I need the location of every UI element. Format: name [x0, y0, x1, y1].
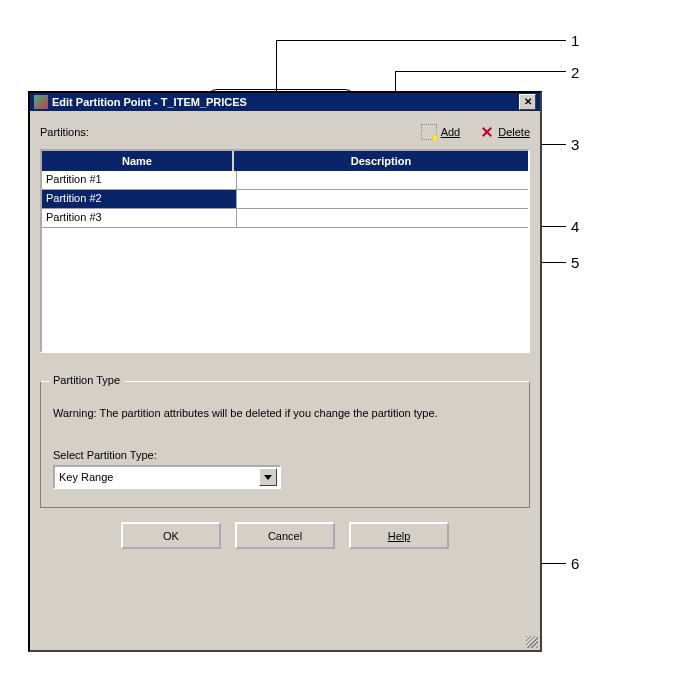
close-button[interactable]: ✕ [519, 94, 536, 110]
callout-3: 3 [571, 136, 579, 153]
callout-line [276, 40, 566, 41]
table-row[interactable]: Partition #2 [42, 190, 528, 209]
cell-name: Partition #1 [42, 171, 237, 189]
partition-type-combobox[interactable]: Key Range [53, 465, 281, 489]
col-header-name[interactable]: Name [42, 151, 234, 171]
help-label: Help [388, 530, 411, 542]
callout-line [395, 71, 566, 72]
table-row[interactable]: Partition #3 [42, 209, 528, 228]
resize-grip[interactable] [526, 636, 538, 648]
col-header-description[interactable]: Description [234, 151, 528, 171]
group-title: Partition Type [49, 374, 124, 386]
ok-button[interactable]: OK [121, 522, 221, 549]
cell-desc [237, 171, 528, 189]
table-row[interactable]: Partition #1 [42, 171, 528, 190]
window-title: Edit Partition Point - T_ITEM_PRICES [52, 96, 519, 108]
add-label: Add [441, 126, 461, 138]
cell-desc [237, 190, 528, 208]
partitions-label: Partitions: [40, 126, 89, 138]
callout-5: 5 [571, 254, 579, 271]
combo-dropdown-button[interactable] [259, 468, 277, 486]
titlebar[interactable]: Edit Partition Point - T_ITEM_PRICES ✕ [30, 93, 540, 111]
delete-icon [480, 125, 494, 139]
delete-label: Delete [498, 126, 530, 138]
callout-6: 6 [571, 555, 579, 572]
callout-2: 2 [571, 64, 579, 81]
partitions-listview[interactable]: Name Description Partition #1 Partition … [40, 149, 530, 353]
delete-button[interactable]: Delete [480, 125, 530, 139]
select-partition-type-label: Select Partition Type: [53, 449, 517, 461]
combo-value: Key Range [59, 471, 259, 483]
table-header: Name Description [42, 151, 528, 171]
cancel-button[interactable]: Cancel [235, 522, 335, 549]
cell-name: Partition #3 [42, 209, 237, 227]
add-button[interactable]: Add [421, 124, 461, 140]
dialog-edit-partition-point: Edit Partition Point - T_ITEM_PRICES ✕ P… [28, 91, 542, 652]
callout-1: 1 [571, 32, 579, 49]
cell-name: Partition #2 [42, 190, 237, 208]
callout-4: 4 [571, 218, 579, 235]
help-button[interactable]: Help [349, 522, 449, 549]
cell-desc [237, 209, 528, 227]
cancel-label: Cancel [268, 530, 302, 542]
add-icon [421, 124, 437, 140]
warning-text: Warning: The partition attributes will b… [53, 406, 517, 421]
ok-label: OK [163, 530, 179, 542]
app-icon [34, 95, 48, 109]
chevron-down-icon [264, 475, 272, 480]
partition-type-group: Partition Type Warning: The partition at… [40, 381, 530, 508]
close-icon: ✕ [524, 97, 532, 107]
